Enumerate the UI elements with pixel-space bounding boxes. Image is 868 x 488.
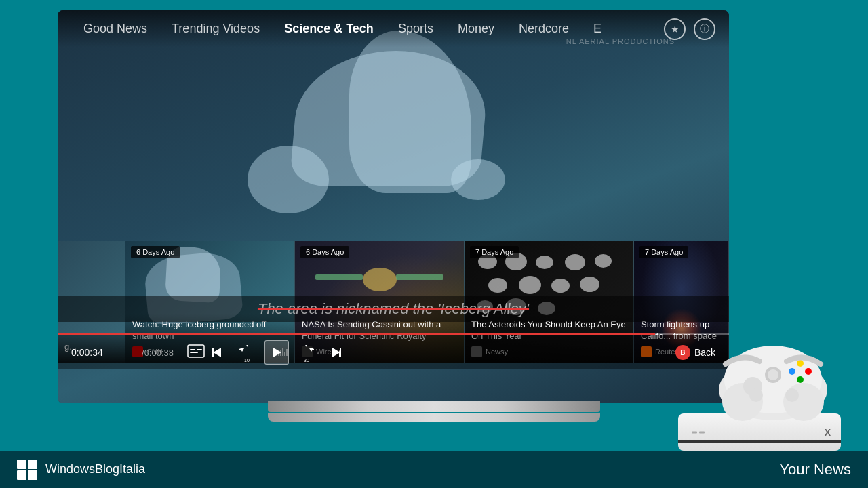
card-age-asteroids: 7 Days Ago <box>470 246 519 258</box>
nav-item-nerdcore[interactable]: Nerdcore <box>507 16 581 41</box>
asteroid-9 <box>580 277 599 292</box>
asteroid-8 <box>551 279 570 293</box>
logo-text: WindowsBlogItalia <box>45 462 145 476</box>
b-button <box>805 368 812 375</box>
spacecraft-body <box>363 268 397 291</box>
svg-rect-10 <box>340 348 341 357</box>
info-icon[interactable]: ⓘ <box>694 18 715 40</box>
asteroid-7 <box>519 276 541 294</box>
card-age-iceberg: 6 Days Ago <box>131 246 180 258</box>
stand-neck <box>268 401 600 412</box>
left-stick <box>749 388 763 402</box>
win-pane-tr <box>28 460 37 469</box>
caption-icon <box>187 344 205 358</box>
svg-rect-5 <box>212 348 214 357</box>
svg-rect-3 <box>197 349 202 350</box>
controller-right-grip <box>783 383 824 421</box>
y-button <box>797 360 804 367</box>
nav-item-money[interactable]: Money <box>446 16 507 41</box>
tv-stand <box>268 401 600 422</box>
nav-item-science-tech[interactable]: Science & Tech <box>272 16 386 41</box>
svg-rect-1 <box>190 349 195 350</box>
skip-to-start-icon <box>211 346 223 359</box>
port-2 <box>699 431 705 433</box>
xbox-button-inner <box>768 369 778 380</box>
controls-center: 10 30 <box>205 340 349 365</box>
bottom-bar: WindowsBlogItalia Your News <box>0 451 868 488</box>
subtitle-bar: The area is nicknamed the 'Iceberg Alley… <box>58 296 729 322</box>
logo-area: WindowsBlogItalia <box>17 460 145 480</box>
media-controls: 0:00:34 / 0:00:38 <box>58 336 729 369</box>
svg-rect-0 <box>188 345 204 357</box>
xbox-area <box>658 315 848 451</box>
subtitle-text: The area is nicknamed the 'Iceberg Alley… <box>258 300 529 317</box>
forward-label: 30 <box>304 358 309 363</box>
windows-logo <box>17 460 37 480</box>
nav-item-sports[interactable]: Sports <box>386 16 446 41</box>
card-age-cassini: 6 Days Ago <box>300 246 349 258</box>
skip-to-start-button[interactable] <box>205 340 229 365</box>
nav-item-trending[interactable]: Trending Videos <box>159 16 272 41</box>
rewind-10-button[interactable]: 10 <box>235 340 259 365</box>
play-pause-button[interactable] <box>264 340 289 365</box>
win-pane-tl <box>17 460 26 469</box>
stand-base <box>268 413 600 422</box>
xbox-stripe <box>678 440 841 443</box>
nav-item-e[interactable]: E <box>581 16 614 41</box>
svg-marker-9 <box>332 348 340 357</box>
nav-item-good-news[interactable]: Good News <box>71 16 159 41</box>
time-display: 0:00:34 <box>71 347 139 358</box>
svg-marker-7 <box>273 348 281 357</box>
xbox-ports <box>692 431 705 433</box>
card-age-storm: 7 Days Ago <box>639 246 688 258</box>
ice-chunk-1 <box>248 146 329 214</box>
win-pane-bl <box>17 470 26 480</box>
skip-to-end-button[interactable] <box>324 340 349 365</box>
favorites-icon[interactable]: ★ <box>664 18 686 40</box>
caption-button[interactable] <box>187 344 205 361</box>
tv-frame: NL AERIAL PRODUCTIONS Good News Trending… <box>58 10 729 403</box>
nav-items: Good News Trending Videos Science & Tech… <box>71 16 664 41</box>
a-button <box>797 376 804 383</box>
xbox-controller-svg <box>705 315 841 424</box>
ice-chunk-2 <box>451 159 505 200</box>
skip-to-end-icon <box>330 346 342 359</box>
asteroid-6 <box>488 278 507 293</box>
forward-30-button[interactable]: 30 <box>294 340 319 365</box>
right-stick <box>785 388 799 402</box>
solar-panel-right <box>396 274 443 280</box>
tv-screen: NL AERIAL PRODUCTIONS Good News Trending… <box>58 10 729 403</box>
solar-panel-left <box>315 274 363 280</box>
rewind-label: 10 <box>244 358 250 363</box>
asteroid-3 <box>536 256 553 269</box>
win-pane-br <box>28 470 37 480</box>
your-news-label: Your News <box>779 461 851 479</box>
play-icon <box>271 346 283 359</box>
asteroid-4 <box>565 254 585 270</box>
svg-marker-4 <box>213 348 221 357</box>
top-navigation: Good News Trending Videos Science & Tech… <box>58 10 729 47</box>
port-1 <box>692 431 697 433</box>
nav-icons: ★ ⓘ <box>664 18 715 40</box>
time-total: 0:00:38 <box>144 348 174 358</box>
x-button <box>789 368 795 375</box>
svg-rect-2 <box>190 352 198 353</box>
asteroid-5 <box>595 254 612 268</box>
